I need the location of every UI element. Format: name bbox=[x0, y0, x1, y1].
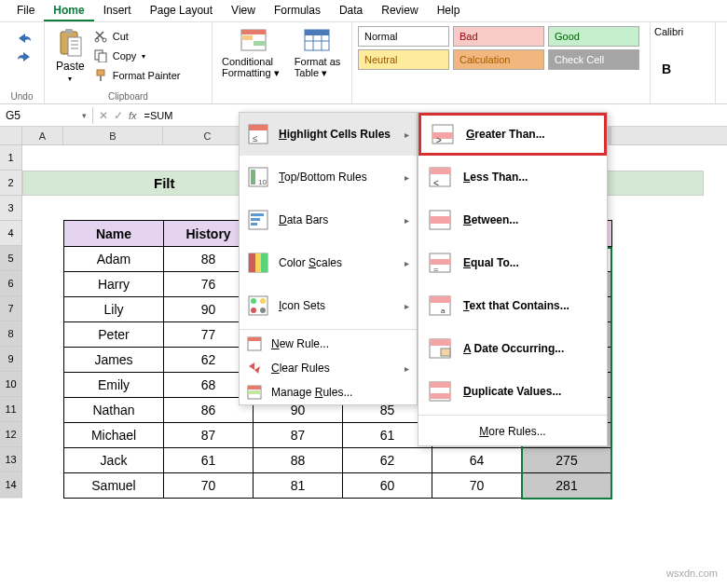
submenu-item-duplicate-values-[interactable]: Duplicate Values... bbox=[418, 370, 607, 413]
row-header-2[interactable]: 2 bbox=[0, 171, 22, 196]
redo-button[interactable] bbox=[15, 48, 34, 65]
menu-page-layout[interactable]: Page Layout bbox=[141, 0, 222, 21]
row-header-9[interactable]: 9 bbox=[0, 347, 22, 372]
style-neutral[interactable]: Neutral bbox=[358, 49, 449, 70]
cell-total[interactable]: 275 bbox=[522, 448, 612, 473]
style-bad[interactable]: Bad bbox=[453, 26, 544, 47]
cell-c3[interactable]: 81 bbox=[254, 473, 343, 499]
menu-item-clear-rules[interactable]: Clear Rules▸ bbox=[240, 356, 417, 380]
row-header-4[interactable]: 4 bbox=[0, 221, 22, 246]
submenu-item-a-date-occurring-[interactable]: A Date Occurring... bbox=[418, 327, 607, 370]
row-header-13[interactable]: 13 bbox=[0, 447, 22, 472]
cell-history[interactable]: 70 bbox=[164, 473, 254, 499]
svg-rect-13 bbox=[241, 30, 266, 34]
format-painter-button[interactable]: Format Painter bbox=[90, 67, 185, 84]
cell-history[interactable]: 61 bbox=[164, 448, 254, 473]
cell-c4[interactable]: 62 bbox=[343, 448, 432, 473]
cell-name[interactable]: Adam bbox=[64, 247, 164, 272]
fx-icon[interactable]: fx bbox=[129, 110, 137, 121]
cell-name[interactable]: Peter bbox=[64, 322, 164, 348]
cut-button[interactable]: Cut bbox=[90, 28, 185, 45]
cell-name[interactable]: Michael bbox=[64, 423, 164, 448]
row-header-5[interactable]: 5 bbox=[0, 246, 22, 271]
cell-name[interactable]: Samuel bbox=[64, 473, 164, 499]
submenu-icon: < bbox=[428, 166, 452, 188]
cell-c3[interactable]: 87 bbox=[254, 423, 343, 448]
menu-data[interactable]: Data bbox=[330, 0, 372, 21]
row-header-3[interactable]: 3 bbox=[0, 196, 22, 221]
menu-item-color-scales[interactable]: Color Scales▸ bbox=[240, 241, 417, 284]
undo-button[interactable] bbox=[15, 30, 34, 47]
row-header-8[interactable]: 8 bbox=[0, 321, 22, 347]
menu-item-manage-rules-[interactable]: Manage Rules... bbox=[240, 380, 417, 404]
th-name[interactable]: Name bbox=[64, 221, 164, 247]
cell-total[interactable]: 281 bbox=[522, 473, 612, 499]
copy-icon bbox=[94, 49, 107, 62]
style-check-cell[interactable]: Check Cell bbox=[548, 49, 639, 70]
cell-name[interactable]: Nathan bbox=[64, 398, 164, 423]
row-header-6[interactable]: 6 bbox=[0, 271, 22, 296]
cell-c5[interactable]: 70 bbox=[432, 473, 522, 499]
cell-name[interactable]: Jack bbox=[64, 448, 164, 473]
submenu-item-greater-than-[interactable]: >Greater Than... bbox=[418, 113, 607, 156]
style-normal[interactable]: Normal bbox=[358, 26, 449, 47]
menu-label: Manage Rules... bbox=[271, 386, 409, 399]
menu-help[interactable]: Help bbox=[428, 0, 470, 21]
cell-c4[interactable]: 60 bbox=[343, 473, 432, 499]
row-header-11[interactable]: 11 bbox=[0, 397, 22, 422]
row-header-14[interactable]: 14 bbox=[0, 472, 22, 498]
menu-item-top-bottom-rules[interactable]: 10Top/Bottom Rules▸ bbox=[240, 156, 417, 198]
chevron-down-icon[interactable]: ▾ bbox=[82, 111, 87, 120]
col-header-a[interactable]: A bbox=[22, 127, 63, 144]
font-name-selector[interactable]: Calibri bbox=[654, 26, 711, 37]
svg-rect-30 bbox=[251, 223, 257, 226]
paste-label: Paste bbox=[56, 60, 85, 73]
row-header-7[interactable]: 7 bbox=[0, 296, 22, 321]
cell-c5[interactable]: 64 bbox=[432, 448, 522, 473]
conditional-formatting-button[interactable]: Conditional Formatting ▾ bbox=[218, 26, 291, 81]
menu-label: Clear Rules bbox=[271, 362, 395, 375]
row-header-10[interactable]: 10 bbox=[0, 372, 22, 397]
cell-history[interactable]: 87 bbox=[164, 423, 254, 448]
menu-item-new-rule-[interactable]: New Rule... bbox=[240, 332, 417, 356]
menu-file[interactable]: File bbox=[7, 0, 44, 21]
menu-insert[interactable]: Insert bbox=[94, 0, 141, 21]
submenu-item-equal-to-[interactable]: =Equal To... bbox=[418, 241, 607, 284]
submenu-item-between-[interactable]: Between... bbox=[418, 198, 607, 241]
cell-c3[interactable]: 88 bbox=[254, 448, 343, 473]
copy-button[interactable]: Copy ▾ bbox=[90, 48, 185, 64]
menu-item-data-bars[interactable]: Data Bars▸ bbox=[240, 198, 417, 241]
cell-name[interactable]: Emily bbox=[64, 373, 164, 398]
submenu-more-rules[interactable]: More Rules... bbox=[418, 417, 607, 445]
style-good[interactable]: Good bbox=[548, 26, 639, 47]
cell-name[interactable]: James bbox=[64, 348, 164, 373]
svg-rect-15 bbox=[254, 41, 266, 46]
menu-item-icon-sets[interactable]: Icon Sets▸ bbox=[240, 284, 417, 327]
submenu-label: Equal To... bbox=[463, 256, 597, 269]
submenu-item-less-than-[interactable]: <Less Than... bbox=[418, 156, 607, 198]
col-header-b[interactable]: B bbox=[63, 127, 163, 144]
menu-formulas[interactable]: Formulas bbox=[265, 0, 330, 21]
submenu-item-text-that-contains-[interactable]: aText that Contains... bbox=[418, 284, 607, 327]
name-box[interactable]: G5 ▾ bbox=[0, 107, 93, 124]
select-all-corner[interactable] bbox=[0, 127, 22, 144]
cell-name[interactable]: Lily bbox=[64, 297, 164, 322]
format-as-table-button[interactable]: Format as Table ▾ bbox=[291, 26, 346, 81]
row-header-12[interactable]: 12 bbox=[0, 422, 22, 447]
cell-name[interactable]: Harry bbox=[64, 272, 164, 297]
svg-rect-57 bbox=[430, 296, 450, 303]
menu-view[interactable]: View bbox=[222, 0, 265, 21]
row-header-1[interactable]: 1 bbox=[0, 145, 22, 171]
menu-home[interactable]: Home bbox=[44, 0, 93, 21]
menu-item-highlight-cells-rules[interactable]: ≤Highlight Cells Rules▸ bbox=[240, 113, 417, 156]
brush-icon bbox=[94, 69, 107, 82]
menu-review[interactable]: Review bbox=[372, 0, 427, 21]
fx-cancel-icon[interactable]: ✕ bbox=[99, 109, 108, 122]
watermark: wsxdn.com bbox=[666, 567, 718, 579]
bold-button[interactable]: B bbox=[654, 58, 711, 80]
paste-button[interactable]: Paste ▾ bbox=[50, 24, 90, 102]
cell-styles-gallery: Normal Bad Good Neutral Calculation Chec… bbox=[352, 22, 651, 103]
fx-confirm-icon[interactable]: ✓ bbox=[114, 109, 123, 122]
style-calculation[interactable]: Calculation bbox=[453, 49, 544, 70]
cut-icon bbox=[94, 30, 107, 43]
